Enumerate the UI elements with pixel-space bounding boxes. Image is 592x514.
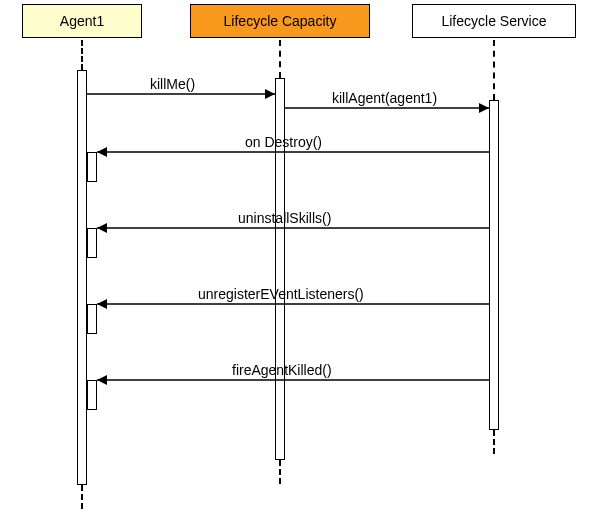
activation-agent1-main	[77, 70, 87, 485]
sequence-diagram: Agent1 Lifecycle Capacity Lifecycle Serv…	[0, 0, 592, 514]
lifeline-service-top	[493, 40, 495, 100]
participant-agent1: Agent1	[22, 4, 142, 38]
message-killme: killMe()	[150, 76, 195, 92]
message-ondestroy: on Destroy()	[245, 134, 322, 150]
participant-lifecycle-service: Lifecycle Service	[412, 4, 576, 38]
activation-agent1-fire	[87, 380, 97, 410]
lifeline-capacity-bottom	[279, 460, 281, 484]
lifeline-agent1-bottom	[81, 485, 83, 509]
message-killagent: killAgent(agent1)	[332, 90, 437, 106]
activation-service	[489, 100, 499, 430]
message-fireagentkilled: fireAgentKilled()	[232, 362, 332, 378]
lifeline-service-bottom	[493, 430, 495, 454]
message-unregister: unregisterEVentListeners()	[198, 286, 364, 302]
participant-label: Lifecycle Capacity	[224, 13, 337, 29]
activation-agent1-unregister	[87, 304, 97, 334]
activation-agent1-uninstall	[87, 228, 97, 258]
lifeline-agent1-top	[81, 40, 83, 70]
lifeline-capacity-top	[279, 40, 281, 78]
participant-label: Agent1	[60, 13, 104, 29]
message-uninstallskills: uninstallSkills()	[238, 210, 331, 226]
participant-lifecycle-capacity: Lifecycle Capacity	[190, 4, 370, 38]
activation-agent1-ondestroy	[87, 152, 97, 182]
participant-label: Lifecycle Service	[441, 13, 546, 29]
